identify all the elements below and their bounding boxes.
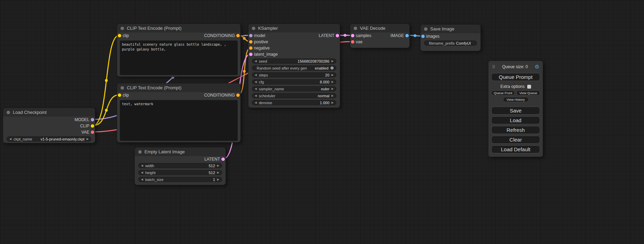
output-label-conditioning: CONDITIONING — [204, 93, 235, 98]
next-value-icon[interactable]: ▶ — [332, 88, 334, 90]
node-title-bar[interactable]: VAE Decode — [350, 24, 409, 33]
input-label-vae: vae — [356, 39, 362, 44]
output-slot-model[interactable] — [91, 118, 94, 121]
load-button[interactable]: Load — [491, 116, 540, 124]
input-slot-clip[interactable] — [118, 93, 121, 97]
input-slot-latent-image[interactable] — [249, 53, 253, 56]
widget-name: filename_prefix — [429, 41, 455, 45]
widget-denoise[interactable]: ◀ denoise 1.000 ▶ — [252, 100, 336, 105]
node-vae-decode[interactable]: VAE Decode samples IMAGE vae — [350, 24, 410, 48]
input-label-negative: negative — [254, 46, 270, 51]
load-default-button[interactable]: Load Default — [491, 145, 540, 153]
prev-value-icon[interactable]: ◀ — [141, 178, 143, 181]
output-slot-latent[interactable] — [221, 157, 225, 161]
prev-value-icon[interactable]: ◀ — [141, 171, 143, 174]
output-label-latent: LATENT — [204, 157, 220, 162]
queue-front-button[interactable]: Queue Front — [491, 90, 515, 96]
node-title-bar[interactable]: CLIP Text Encode (Prompt) — [117, 83, 240, 92]
node-status-dot — [252, 27, 255, 30]
next-value-icon[interactable]: ▶ — [332, 60, 334, 63]
clear-button[interactable]: Clear — [491, 136, 540, 144]
node-title-bar[interactable]: CLIP Text Encode (Prompt) — [117, 24, 240, 33]
input-slot-negative[interactable] — [249, 46, 253, 50]
link-midpoint-dot — [414, 34, 416, 37]
widget-name: scheduler — [259, 94, 275, 98]
widget-cfg[interactable]: ◀ cfg 8.000 ▶ — [252, 79, 336, 84]
negative-prompt-textarea[interactable]: text, watermark — [120, 100, 238, 141]
widget-scheduler[interactable]: ◀ scheduler normal ▶ — [252, 93, 336, 98]
output-slot-conditioning[interactable] — [236, 93, 240, 97]
slot-row: model LATENT — [248, 33, 340, 39]
settings-gear-icon[interactable]: ⚙ — [535, 64, 539, 70]
graph-canvas[interactable]: Load Checkpoint MODEL CLIP VAE ◀ ckpt_na… — [0, 0, 644, 244]
prev-value-icon[interactable]: ◀ — [255, 88, 257, 90]
output-label-model: MODEL — [74, 117, 89, 122]
node-clip-text-encode-negative[interactable]: CLIP Text Encode (Prompt) clip CONDITION… — [117, 83, 241, 143]
input-slot-images[interactable] — [421, 35, 425, 38]
input-slot-positive[interactable] — [249, 40, 253, 44]
input-label-clip: clip — [123, 93, 129, 98]
widget-width[interactable]: ◀ width 512 ▶ — [138, 163, 222, 168]
input-slot-samples[interactable] — [351, 34, 354, 37]
node-save-image[interactable]: Save Image images filename_prefix ComfyU… — [420, 24, 481, 51]
prev-value-icon[interactable]: ◀ — [255, 81, 257, 83]
next-value-icon[interactable]: ▶ — [217, 171, 219, 174]
menu-header: ⠿ Queue size: 0 ⚙ — [491, 63, 540, 71]
node-load-checkpoint[interactable]: Load Checkpoint MODEL CLIP VAE ◀ ckpt_na… — [3, 108, 95, 143]
view-history-button[interactable]: View History — [503, 97, 529, 102]
toggle-knob[interactable] — [330, 66, 334, 70]
widget-random-seed-toggle[interactable]: Random seed after every gen enabled — [252, 65, 336, 71]
node-title: Empty Latent Image — [144, 149, 185, 154]
node-ksampler[interactable]: KSampler model LATENT positive negative … — [248, 24, 340, 108]
comfy-menu-panel[interactable]: ⠿ Queue size: 0 ⚙ Queue Prompt Extra opt… — [488, 61, 543, 157]
input-slot-vae[interactable] — [351, 40, 354, 44]
widget-name: width — [145, 164, 154, 168]
output-slot-conditioning[interactable] — [236, 34, 240, 37]
extra-options-checkbox[interactable] — [527, 85, 531, 89]
output-slot-image[interactable] — [405, 34, 409, 37]
next-value-icon[interactable]: ▶ — [332, 101, 334, 104]
prev-value-icon[interactable]: ◀ — [9, 138, 11, 141]
link-midpoint-dot — [344, 34, 346, 37]
next-value-icon[interactable]: ▶ — [332, 94, 334, 97]
node-title-bar[interactable]: KSampler — [248, 24, 340, 33]
node-clip-text-encode-positive[interactable]: CLIP Text Encode (Prompt) clip CONDITION… — [117, 24, 241, 77]
widget-seed[interactable]: ◀ seed 156680208700286 ▶ — [252, 58, 336, 64]
view-queue-button[interactable]: View Queue — [517, 90, 540, 96]
next-value-icon[interactable]: ▶ — [87, 138, 89, 141]
refresh-button[interactable]: Refresh — [491, 126, 540, 134]
widget-steps[interactable]: ◀ steps 20 ▶ — [252, 72, 336, 78]
prev-value-icon[interactable]: ◀ — [255, 94, 257, 97]
node-title-bar[interactable]: Save Image — [421, 25, 480, 33]
widget-name: steps — [259, 73, 268, 77]
queue-prompt-button[interactable]: Queue Prompt — [491, 73, 540, 81]
node-title-bar[interactable]: Empty Latent Image — [135, 147, 226, 156]
prev-value-icon[interactable]: ◀ — [255, 74, 257, 76]
positive-prompt-textarea[interactable]: beautiful scenery nature glass bottle la… — [120, 40, 238, 75]
node-title-bar[interactable]: Load Checkpoint — [3, 108, 95, 117]
prev-value-icon[interactable]: ◀ — [141, 164, 143, 167]
link-midpoint-dot — [105, 109, 108, 112]
widget-filename-prefix[interactable]: filename_prefix ComfyUI — [424, 40, 477, 46]
next-value-icon[interactable]: ▶ — [332, 74, 334, 76]
output-slot-vae[interactable] — [91, 130, 94, 134]
next-value-icon[interactable]: ▶ — [217, 164, 219, 167]
widget-value: 512 — [209, 171, 215, 175]
menu-drag-handle-icon[interactable]: ⠿ — [492, 64, 495, 70]
widget-batch-size[interactable]: ◀ batch_size 1 ▶ — [138, 177, 222, 182]
output-slot-latent[interactable] — [336, 34, 339, 37]
output-slot-clip[interactable] — [91, 124, 94, 128]
next-value-icon[interactable]: ▶ — [332, 81, 334, 83]
node-empty-latent-image[interactable]: Empty Latent Image LATENT ◀ width 512 ▶ … — [134, 147, 226, 185]
input-slot-model[interactable] — [249, 34, 253, 37]
extra-options-label: Extra options — [500, 84, 524, 89]
prev-value-icon[interactable]: ◀ — [255, 101, 257, 104]
next-value-icon[interactable]: ▶ — [217, 178, 219, 181]
widget-sampler-name[interactable]: ◀ sampler_name euler ▶ — [252, 86, 336, 91]
slot-row: samples IMAGE — [350, 33, 409, 39]
save-button[interactable]: Save — [491, 107, 540, 115]
prev-value-icon[interactable]: ◀ — [255, 60, 257, 63]
input-slot-clip[interactable] — [118, 34, 121, 37]
widget-ckpt-name[interactable]: ◀ ckpt_name v1-5-pruned-emaonly.ckpt ▶ — [7, 136, 91, 142]
widget-height[interactable]: ◀ height 512 ▶ — [138, 170, 222, 175]
